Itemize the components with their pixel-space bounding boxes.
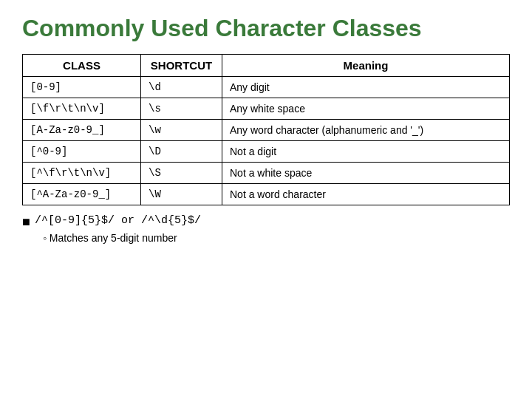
character-classes-table: CLASS SHORTCUT Meaning [0-9]\dAny digit[… [22,54,510,205]
cell-shortcut: \W [141,184,222,205]
example-description: Matches any 5-digit number [43,232,510,244]
col-header-meaning: Meaning [222,55,510,77]
cell-class: [\f\r\t\n\v] [23,98,141,120]
cell-shortcut: \s [141,98,222,120]
table-row: [^\f\r\t\n\v]\SNot a white space [23,163,510,184]
table-row: [\f\r\t\n\v]\sAny white space [23,98,510,120]
cell-shortcut: \S [141,163,222,184]
cell-class: [A-Za-z0-9_] [23,120,141,141]
col-header-class: CLASS [23,55,141,77]
cell-shortcut: \w [141,120,222,141]
cell-meaning: Any white space [222,98,510,120]
cell-meaning: Any word character (alphanumeric and '_'… [222,120,510,141]
example-code: /^[0-9]{5}$/ or /^\d{5}$/ [35,214,201,227]
cell-class: [0-9] [23,77,141,98]
cell-shortcut: \D [141,141,222,163]
cell-meaning: Not a white space [222,163,510,184]
cell-meaning: Not a digit [222,141,510,163]
cell-class: [^\f\r\t\n\v] [23,163,141,184]
col-header-shortcut: SHORTCUT [141,55,222,77]
cell-meaning: Not a word character [222,184,510,205]
table-row: [^A-Za-z0-9_]\WNot a word character [23,184,510,205]
cell-class: [^A-Za-z0-9_] [23,184,141,205]
bullet-icon: ■ [22,214,30,231]
cell-meaning: Any digit [222,77,510,98]
table-row: [^0-9]\DNot a digit [23,141,510,163]
example-section: ■ /^[0-9]{5}$/ or /^\d{5}$/ Matches any … [22,214,510,244]
table-row: [0-9]\dAny digit [23,77,510,98]
table-row: [A-Za-z0-9_]\wAny word character (alphan… [23,120,510,141]
cell-shortcut: \d [141,77,222,98]
cell-class: [^0-9] [23,141,141,163]
page-title: Commonly Used Character Classes [22,15,510,42]
